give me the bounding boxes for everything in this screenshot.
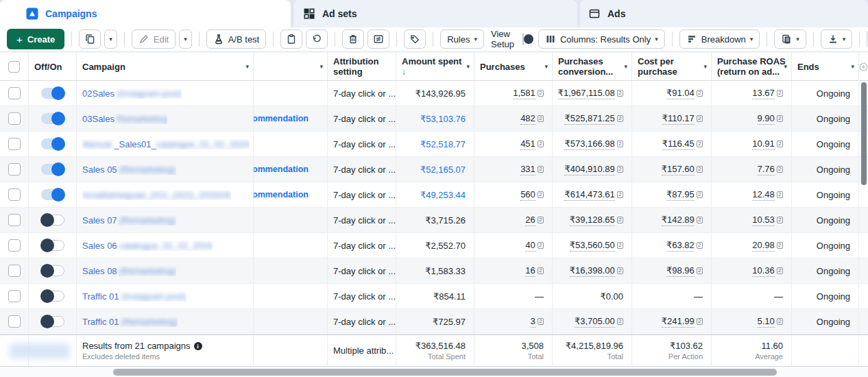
table-header-row: Off/On Campaign ▾ ▾ Attribution setting … <box>0 53 868 81</box>
duplicate-button[interactable] <box>79 29 101 49</box>
metric-value: ₹16,398.00 <box>570 265 615 277</box>
purchase-roas-cell: 10.912 <box>712 132 792 156</box>
campaign-name-link[interactable]: Manual _Sales01_catalogue_01_02_2024 <box>82 139 250 149</box>
chevron-down-icon[interactable]: ▾ <box>784 62 787 72</box>
metric-value: ₹39,128.65 <box>570 215 615 226</box>
campaign-name-link[interactable]: Traffic 01 (Instagram post) <box>82 291 186 302</box>
chevron-down-icon[interactable]: ▾ <box>544 62 548 72</box>
chevron-down-icon[interactable]: ▾ <box>703 62 707 72</box>
tab-adsets[interactable]: Ad sets <box>293 0 577 27</box>
chevron-down-icon[interactable]: ▾ <box>624 62 627 72</box>
tag-button[interactable] <box>404 29 426 49</box>
header-purchase-roas[interactable]: Purchase ROAS(return on ad... ▾ <box>712 53 792 80</box>
stacked-docs-icon <box>781 34 792 45</box>
tab-ads[interactable]: Ads <box>580 0 868 27</box>
toggle-knob <box>40 315 54 328</box>
tab-campaigns[interactable]: Campaigns <box>0 0 291 27</box>
select-all-checkbox[interactable] <box>8 61 20 73</box>
row-checkbox[interactable] <box>8 239 21 252</box>
header-ends[interactable]: Ends ▾ <box>792 53 859 80</box>
multiple-attribution-badge: 2 <box>617 115 623 122</box>
row-checkbox[interactable] <box>8 265 21 277</box>
row-checkbox[interactable] <box>8 188 21 201</box>
table-row: Traffic 01 (Remarketing) 7-day click or … <box>0 309 868 335</box>
horizontal-scrollbar-track[interactable] <box>0 367 868 377</box>
undo-button[interactable] <box>306 29 328 49</box>
campaign-name-link[interactable]: 02Sales (Instagram post) <box>82 88 182 99</box>
export-button[interactable]: ▾ <box>821 29 853 49</box>
campaign-toggle[interactable] <box>41 113 64 124</box>
row-checkbox[interactable] <box>8 315 21 328</box>
chevron-down-icon[interactable]: ▾ <box>245 62 249 72</box>
campaign-toggle[interactable] <box>41 291 64 302</box>
row-checkbox[interactable] <box>8 138 21 150</box>
row-checkbox[interactable] <box>8 214 21 226</box>
campaign-name-link[interactable]: Sales 07 (Remarketing) <box>82 215 176 226</box>
reports-button[interactable]: ▾ <box>774 29 806 49</box>
chevron-down-icon[interactable]: ▾ <box>466 62 470 72</box>
row-checkbox[interactable] <box>8 87 21 99</box>
header-cost-per-purchase[interactable]: Cost perpurchase ▾ <box>632 53 712 80</box>
duplicate-menu-button[interactable]: ▾ <box>104 29 117 49</box>
header-amount-spent[interactable]: Amount spent ↓ ▾ <box>396 53 474 80</box>
multiple-attribution-badge: 2 <box>697 267 703 274</box>
campaign-name-link[interactable]: Acsattainieguae_(011_(322)_203324t <box>82 190 231 200</box>
metric-value: 451 <box>520 138 535 150</box>
campaign-name-link[interactable]: Sales 06 catalogue_01_02_2024 <box>82 241 213 251</box>
campaign-toggle[interactable] <box>41 189 64 200</box>
campaign-toggle[interactable] <box>41 240 64 251</box>
header-off-on[interactable]: Off/On <box>29 53 77 80</box>
chevron-down-icon[interactable]: ▾ <box>851 62 854 72</box>
delete-button[interactable] <box>342 29 364 49</box>
table-row: 02Sales (Instagram post) 7-day click or … <box>0 81 868 106</box>
multiple-attribution-badge: 2 <box>697 217 703 223</box>
campaign-name-link[interactable]: Sales 08 (Remarketing) <box>82 266 176 276</box>
metric-value: ₹110.17 <box>662 113 695 125</box>
assets-swap-button[interactable] <box>367 29 389 49</box>
purchases-cell: 402 <box>474 233 553 258</box>
campaign-toggle[interactable] <box>41 316 64 327</box>
clipboard-button[interactable] <box>280 29 302 49</box>
chevron-down-icon[interactable]: ▾ <box>320 62 323 72</box>
header-purchases[interactable]: Purchases ▾ <box>474 53 553 80</box>
vertical-scrollbar-thumb[interactable] <box>861 82 867 185</box>
edit-menu-button[interactable]: ▾ <box>179 29 192 49</box>
row-checkbox[interactable] <box>8 290 21 302</box>
header-campaign[interactable]: Campaign ▾ <box>77 53 254 80</box>
row-checkbox[interactable] <box>8 163 21 175</box>
row-checkbox[interactable] <box>8 112 21 125</box>
campaign-toggle[interactable] <box>41 215 64 226</box>
adsets-grid-icon <box>303 8 315 20</box>
sort-descending-icon[interactable]: ↓ <box>402 67 406 77</box>
recommendation-link[interactable]: ommendation <box>254 114 309 123</box>
attribution-setting-cell: 7-day click or ... <box>328 233 396 258</box>
edit-button[interactable]: Edit <box>132 29 176 49</box>
header-redacted-column[interactable]: ▾ <box>254 53 328 80</box>
ends-cell: Ongoing <box>792 132 859 156</box>
add-column-icon[interactable] <box>859 62 868 71</box>
table-row: 03Sales Remarketing ommendation 7-day cl… <box>0 106 868 132</box>
recommendation-link[interactable]: ommendation <box>254 165 309 174</box>
campaign-toggle[interactable] <box>41 164 64 175</box>
columns-button[interactable]: Columns: Results Only ▾ <box>538 29 665 49</box>
multiple-attribution-badge: 2 <box>617 141 623 147</box>
header-attribution-setting[interactable]: Attribution setting <box>328 53 396 80</box>
cost-per-purchase-cell: ₹241.992 <box>632 309 712 334</box>
campaign-toggle[interactable] <box>41 88 64 99</box>
recommendation-link[interactable]: ommendation <box>254 190 309 199</box>
campaign-name-link[interactable]: 03Sales Remarketing <box>82 114 167 124</box>
rules-button[interactable]: Rules ▾ <box>440 29 484 49</box>
campaign-name-link[interactable]: Traffic 01 (Remarketing) <box>82 317 178 327</box>
create-button[interactable]: + Create <box>7 29 64 49</box>
header-purchases-conversion[interactable]: Purchasesconversion... ▾ <box>553 53 632 80</box>
campaign-name-link[interactable]: Sales 05 (Remarketing) <box>82 165 176 175</box>
view-setup-toggle[interactable] <box>522 33 524 45</box>
horizontal-scrollbar-thumb[interactable] <box>113 369 777 376</box>
info-icon[interactable]: i <box>194 342 202 350</box>
metric-value: ₹3,705.00 <box>575 316 615 328</box>
ab-test-button[interactable]: A/B test <box>206 29 267 49</box>
toolbar-divider <box>335 32 335 47</box>
campaign-toggle[interactable] <box>41 265 64 276</box>
breakdown-button[interactable]: Breakdown ▾ <box>679 29 760 49</box>
campaign-toggle[interactable] <box>41 138 64 149</box>
